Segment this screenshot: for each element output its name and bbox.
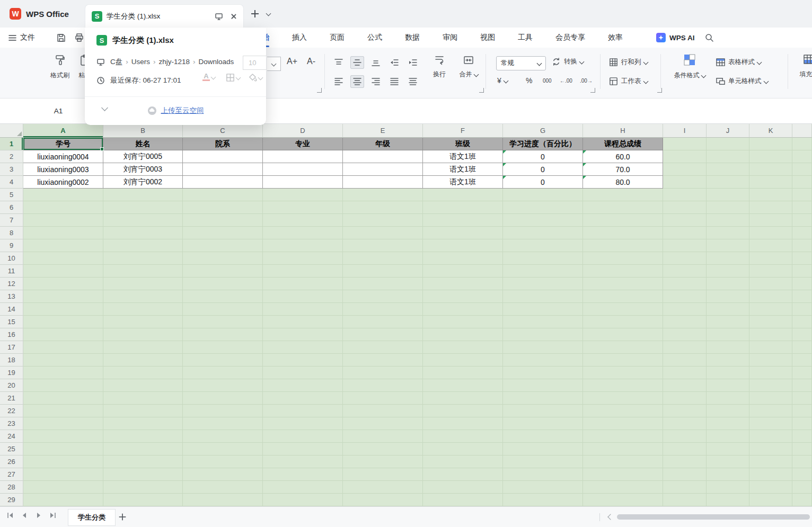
cell-A22[interactable] — [23, 405, 103, 417]
cell-H21[interactable] — [583, 392, 663, 405]
increase-indent-button[interactable] — [406, 56, 420, 69]
search-icon[interactable] — [705, 33, 714, 42]
print-icon[interactable] — [74, 33, 84, 43]
menu-item-效率[interactable]: 效率 — [608, 33, 623, 42]
cell-B26[interactable] — [103, 455, 183, 468]
row-header-27[interactable]: 27 — [0, 468, 23, 481]
cell-F6[interactable] — [423, 201, 503, 214]
cell-J18[interactable] — [707, 354, 749, 367]
cell-G1[interactable]: 学习进度（百分比） — [503, 138, 583, 150]
cell-I14[interactable] — [663, 303, 707, 316]
cell-G5[interactable] — [503, 189, 583, 201]
cell-K27[interactable] — [749, 468, 792, 481]
cell-A2[interactable]: liuxiaoning0004 — [23, 150, 103, 163]
cell-A21[interactable] — [23, 392, 103, 405]
cell-G11[interactable] — [503, 265, 583, 278]
row-header-9[interactable]: 9 — [0, 239, 23, 252]
cell-E14[interactable] — [343, 303, 423, 316]
cell-C7[interactable] — [183, 214, 263, 227]
select-all-corner[interactable] — [0, 124, 23, 138]
cell-K3[interactable] — [749, 163, 792, 176]
cell-D19[interactable] — [263, 367, 343, 379]
cell-D26[interactable] — [263, 455, 343, 468]
cell-K6[interactable] — [749, 201, 792, 214]
cell-partial-6[interactable] — [792, 201, 812, 214]
cell-A28[interactable] — [23, 481, 103, 494]
menu-item-数据[interactable]: 数据 — [405, 33, 420, 42]
cell-G29[interactable] — [503, 494, 583, 506]
cell-G28[interactable] — [503, 481, 583, 494]
cell-E29[interactable] — [343, 494, 423, 506]
cell-E1[interactable]: 年级 — [343, 138, 423, 150]
distribute-button[interactable] — [406, 75, 420, 88]
align-bottom-button[interactable] — [369, 56, 383, 69]
cell-I29[interactable] — [663, 494, 707, 506]
row-header-21[interactable]: 21 — [0, 392, 23, 405]
cell-E2[interactable] — [343, 150, 423, 163]
cell-D18[interactable] — [263, 354, 343, 367]
cell-K18[interactable] — [749, 354, 792, 367]
merge-cells-button[interactable]: 合并 — [454, 54, 483, 79]
cell-J17[interactable] — [707, 341, 749, 354]
cell-G21[interactable] — [503, 392, 583, 405]
cell-B2[interactable]: 刘宵宁0005 — [103, 150, 183, 163]
row-header-16[interactable]: 16 — [0, 328, 23, 341]
row-header-19[interactable]: 19 — [0, 367, 23, 379]
cell-A8[interactable] — [23, 227, 103, 239]
cell-K29[interactable] — [749, 494, 792, 506]
cell-D24[interactable] — [263, 430, 343, 443]
cell-D5[interactable] — [263, 189, 343, 201]
cell-I26[interactable] — [663, 455, 707, 468]
cell-G20[interactable] — [503, 379, 583, 392]
cell-J4[interactable] — [707, 176, 749, 189]
cell-B28[interactable] — [103, 481, 183, 494]
cell-G27[interactable] — [503, 468, 583, 481]
cell-J26[interactable] — [707, 455, 749, 468]
cell-K12[interactable] — [749, 278, 792, 290]
cell-C29[interactable] — [183, 494, 263, 506]
cell-I27[interactable] — [663, 468, 707, 481]
cell-H6[interactable] — [583, 201, 663, 214]
save-icon[interactable] — [56, 33, 66, 43]
cell-J19[interactable] — [707, 367, 749, 379]
cell-partial-15[interactable] — [792, 316, 812, 328]
cell-A5[interactable] — [23, 189, 103, 201]
cell-J14[interactable] — [707, 303, 749, 316]
menu-item-公式[interactable]: 公式 — [367, 33, 382, 42]
cell-I8[interactable] — [663, 227, 707, 239]
cell-G23[interactable] — [503, 417, 583, 430]
cell-D14[interactable] — [263, 303, 343, 316]
row-header-18[interactable]: 18 — [0, 354, 23, 367]
justify-button[interactable] — [387, 75, 401, 88]
cell-E7[interactable] — [343, 214, 423, 227]
row-header-26[interactable]: 26 — [0, 455, 23, 468]
upload-to-cloud-link[interactable]: 上传至云空间 — [85, 104, 266, 118]
cell-J16[interactable] — [707, 328, 749, 341]
cell-E18[interactable] — [343, 354, 423, 367]
cell-B19[interactable] — [103, 367, 183, 379]
cell-H1[interactable]: 课程总成绩 — [583, 138, 663, 150]
tab-close-icon[interactable] — [231, 13, 237, 20]
row-header-5[interactable]: 5 — [0, 189, 23, 201]
cell-partial-14[interactable] — [792, 303, 812, 316]
cell-F14[interactable] — [423, 303, 503, 316]
cell-I7[interactable] — [663, 214, 707, 227]
next-sheet-icon[interactable] — [35, 512, 42, 519]
cell-J22[interactable] — [707, 405, 749, 417]
cell-B3[interactable]: 刘宵宁0003 — [103, 163, 183, 176]
cell-G17[interactable] — [503, 341, 583, 354]
cell-D3[interactable] — [263, 163, 343, 176]
cell-C11[interactable] — [183, 265, 263, 278]
cell-J21[interactable] — [707, 392, 749, 405]
cell-partial-26[interactable] — [792, 455, 812, 468]
cell-B15[interactable] — [103, 316, 183, 328]
cell-C10[interactable] — [183, 252, 263, 265]
cell-D15[interactable] — [263, 316, 343, 328]
cell-I9[interactable] — [663, 239, 707, 252]
cell-A26[interactable] — [23, 455, 103, 468]
cell-partial-25[interactable] — [792, 443, 812, 455]
cell-K25[interactable] — [749, 443, 792, 455]
cell-J5[interactable] — [707, 189, 749, 201]
group-expander-icon[interactable] — [590, 88, 595, 93]
row-header-17[interactable]: 17 — [0, 341, 23, 354]
